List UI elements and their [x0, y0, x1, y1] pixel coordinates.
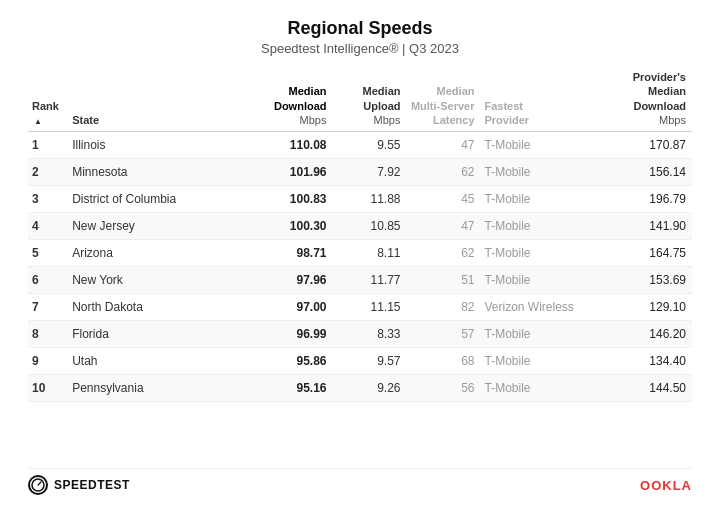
table-header-row: Rank ▲ State Median Download Mbps Median…: [28, 66, 692, 132]
cell-state: Florida: [68, 321, 237, 348]
cell-latency: 62: [407, 159, 481, 186]
col-upload-header: Median Upload Mbps: [333, 66, 407, 132]
cell-state: Pennsylvania: [68, 375, 237, 402]
page-header: Regional Speeds Speedtest Intelligence® …: [28, 18, 692, 56]
cell-upload: 7.92: [333, 159, 407, 186]
table-row: 9Utah95.869.5768T-Mobile134.40: [28, 348, 692, 375]
cell-upload: 11.15: [333, 294, 407, 321]
cell-latency: 82: [407, 294, 481, 321]
cell-upload: 9.55: [333, 132, 407, 159]
col-latency-header: Median Multi-Server Latency: [407, 66, 481, 132]
cell-download: 100.83: [237, 186, 332, 213]
cell-download: 110.08: [237, 132, 332, 159]
ookla-logo: OOKLA: [640, 478, 692, 493]
cell-fastest: T-Mobile: [481, 267, 597, 294]
cell-state: North Dakota: [68, 294, 237, 321]
cell-rank: 6: [28, 267, 68, 294]
cell-provider: 144.50: [597, 375, 692, 402]
cell-upload: 8.33: [333, 321, 407, 348]
cell-provider: 164.75: [597, 240, 692, 267]
cell-download: 101.96: [237, 159, 332, 186]
cell-fastest: T-Mobile: [481, 348, 597, 375]
col-rank-header[interactable]: Rank ▲: [28, 66, 68, 132]
cell-rank: 2: [28, 159, 68, 186]
cell-rank: 4: [28, 213, 68, 240]
cell-latency: 62: [407, 240, 481, 267]
table-row: 1Illinois110.089.5547T-Mobile170.87: [28, 132, 692, 159]
table-body: 1Illinois110.089.5547T-Mobile170.872Minn…: [28, 132, 692, 402]
table-row: 4New Jersey100.3010.8547T-Mobile141.90: [28, 213, 692, 240]
cell-state: Arizona: [68, 240, 237, 267]
cell-provider: 141.90: [597, 213, 692, 240]
cell-latency: 45: [407, 186, 481, 213]
cell-provider: 196.79: [597, 186, 692, 213]
cell-provider: 153.69: [597, 267, 692, 294]
cell-fastest: T-Mobile: [481, 186, 597, 213]
cell-fastest: T-Mobile: [481, 321, 597, 348]
cell-rank: 7: [28, 294, 68, 321]
col-state-header: State: [68, 66, 237, 132]
cell-download: 98.71: [237, 240, 332, 267]
cell-state: Utah: [68, 348, 237, 375]
table-row: 8Florida96.998.3357T-Mobile146.20: [28, 321, 692, 348]
cell-upload: 10.85: [333, 213, 407, 240]
cell-fastest: T-Mobile: [481, 159, 597, 186]
table-row: 6New York97.9611.7751T-Mobile153.69: [28, 267, 692, 294]
cell-rank: 5: [28, 240, 68, 267]
cell-fastest: T-Mobile: [481, 213, 597, 240]
speedtest-logo: SPEEDTEST: [28, 475, 130, 495]
cell-rank: 3: [28, 186, 68, 213]
cell-download: 97.00: [237, 294, 332, 321]
cell-state: Illinois: [68, 132, 237, 159]
cell-rank: 10: [28, 375, 68, 402]
cell-state: District of Columbia: [68, 186, 237, 213]
cell-state: New Jersey: [68, 213, 237, 240]
cell-latency: 56: [407, 375, 481, 402]
col-download-header[interactable]: Median Download Mbps: [237, 66, 332, 132]
svg-line-1: [38, 482, 41, 485]
cell-latency: 47: [407, 132, 481, 159]
cell-provider: 146.20: [597, 321, 692, 348]
cell-fastest: T-Mobile: [481, 132, 597, 159]
cell-download: 95.86: [237, 348, 332, 375]
cell-upload: 9.57: [333, 348, 407, 375]
cell-latency: 57: [407, 321, 481, 348]
speedtest-label: SPEEDTEST: [54, 478, 130, 492]
table-row: 7North Dakota97.0011.1582Verizon Wireles…: [28, 294, 692, 321]
cell-upload: 11.88: [333, 186, 407, 213]
table-wrapper: Rank ▲ State Median Download Mbps Median…: [28, 66, 692, 458]
cell-rank: 1: [28, 132, 68, 159]
cell-provider: 134.40: [597, 348, 692, 375]
page-footer: SPEEDTEST OOKLA: [28, 468, 692, 495]
col-provider-header: Provider's Median Download Mbps: [597, 66, 692, 132]
col-fastest-header: Fastest Provider: [481, 66, 597, 132]
cell-fastest: T-Mobile: [481, 375, 597, 402]
cell-download: 96.99: [237, 321, 332, 348]
page: Regional Speeds Speedtest Intelligence® …: [0, 0, 720, 509]
page-subtitle: Speedtest Intelligence® | Q3 2023: [28, 41, 692, 56]
cell-download: 100.30: [237, 213, 332, 240]
sort-icon[interactable]: ▲: [34, 117, 42, 127]
cell-rank: 8: [28, 321, 68, 348]
cell-provider: 170.87: [597, 132, 692, 159]
cell-rank: 9: [28, 348, 68, 375]
cell-provider: 129.10: [597, 294, 692, 321]
cell-download: 97.96: [237, 267, 332, 294]
cell-state: Minnesota: [68, 159, 237, 186]
table-row: 5Arizona98.718.1162T-Mobile164.75: [28, 240, 692, 267]
page-title: Regional Speeds: [28, 18, 692, 39]
cell-provider: 156.14: [597, 159, 692, 186]
cell-latency: 51: [407, 267, 481, 294]
cell-state: New York: [68, 267, 237, 294]
cell-fastest: Verizon Wireless: [481, 294, 597, 321]
table-row: 10Pennsylvania95.169.2656T-Mobile144.50: [28, 375, 692, 402]
table-row: 2Minnesota101.967.9262T-Mobile156.14: [28, 159, 692, 186]
cell-latency: 47: [407, 213, 481, 240]
table-row: 3District of Columbia100.8311.8845T-Mobi…: [28, 186, 692, 213]
data-table: Rank ▲ State Median Download Mbps Median…: [28, 66, 692, 402]
speedtest-icon-svg: [31, 478, 45, 492]
cell-upload: 11.77: [333, 267, 407, 294]
cell-download: 95.16: [237, 375, 332, 402]
cell-upload: 8.11: [333, 240, 407, 267]
cell-latency: 68: [407, 348, 481, 375]
